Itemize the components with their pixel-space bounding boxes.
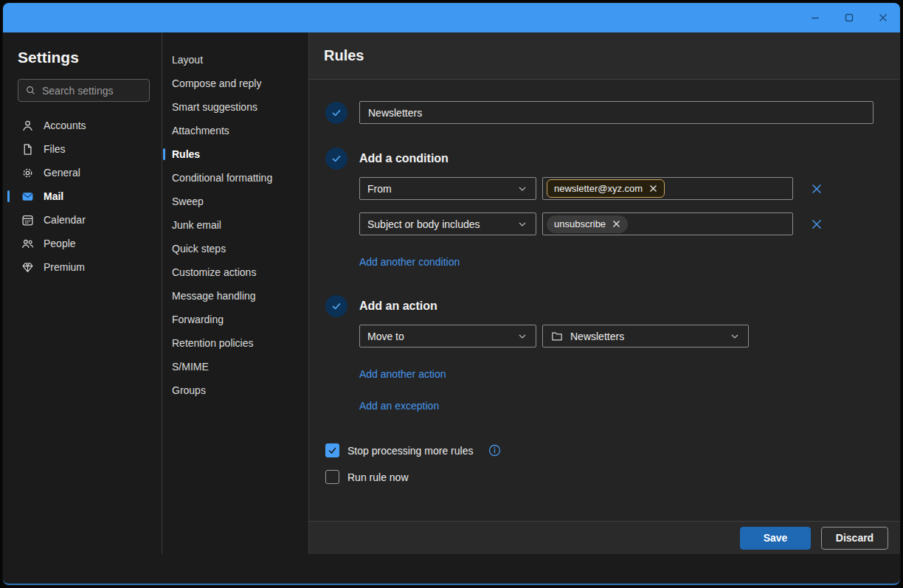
value-chip[interactable]: newsletter@xyz.com [547, 179, 665, 198]
nav-item-label: Customize actions [172, 266, 256, 278]
action-row: Move to Newsletters [359, 325, 873, 347]
chip-remove-icon[interactable] [612, 220, 620, 228]
nav-item-attachments[interactable]: Attachments [162, 119, 308, 142]
minimize-button[interactable] [798, 3, 832, 32]
settings-body: Settings Accounts [3, 32, 900, 554]
select-value: From [367, 183, 392, 195]
person-icon [21, 120, 34, 132]
minimize-icon [809, 12, 822, 24]
delete-condition-button[interactable] [811, 218, 823, 230]
nav-item-quick-steps[interactable]: Quick steps [162, 237, 308, 260]
condition-value-field[interactable]: unsubscribe [542, 212, 793, 235]
sidebar-item-label: Accounts [44, 120, 86, 131]
folder-picker[interactable]: Newsletters [542, 325, 749, 347]
chevron-down-icon [728, 330, 741, 342]
action-rows: Move to Newsletters [359, 325, 873, 412]
sidebar-item-label: General [44, 167, 80, 179]
pane-header: Rules [309, 32, 900, 80]
settings-window: Settings Accounts [3, 3, 900, 585]
nav-item-conditional-formatting[interactable]: Conditional formatting [162, 166, 308, 190]
nav-item-smart-suggestions[interactable]: Smart suggestions [162, 95, 308, 119]
nav-item-message-handling[interactable]: Message handling [162, 284, 308, 308]
settings-title: Settings [18, 49, 162, 66]
discard-button[interactable]: Discard [821, 527, 888, 550]
sidebar-item-mail[interactable]: Mail [3, 184, 162, 208]
maximize-button[interactable] [832, 3, 866, 32]
chevron-down-icon [516, 182, 528, 195]
action-heading: Add an action [359, 300, 437, 313]
selected-indicator [7, 190, 10, 202]
condition-value-field[interactable]: newsletter@xyz.com [542, 177, 793, 200]
action-section-header: Add an action [325, 295, 873, 317]
condition-heading: Add a condition [359, 152, 449, 165]
rule-name-row [325, 101, 873, 124]
desktop: Settings Accounts [0, 0, 903, 588]
nav-item-label: Conditional formatting [172, 172, 272, 184]
add-another-condition-link[interactable]: Add another condition [359, 256, 460, 268]
nav-item-label: Sweep [172, 196, 204, 207]
nav-item-sweep[interactable]: Sweep [162, 190, 308, 213]
condition-field-select[interactable]: From [359, 177, 536, 200]
action-links: Add another action [359, 358, 873, 381]
nav-item-label: Rules [172, 148, 200, 160]
nav-item-label: Quick steps [172, 243, 226, 255]
nav-item-compose-and-reply[interactable]: Compose and reply [162, 72, 308, 95]
add-an-exception-link[interactable]: Add an exception [359, 400, 439, 412]
select-value: Subject or body includes [367, 218, 480, 230]
rules-pane: Rules Add a condi [309, 32, 900, 554]
nav-item-forwarding[interactable]: Forwarding [162, 308, 308, 331]
info-button[interactable] [488, 444, 501, 457]
close-icon [877, 12, 890, 24]
delete-condition-button[interactable] [811, 183, 823, 195]
sidebar-nav: Accounts Files General [3, 114, 162, 279]
diamond-icon [21, 261, 34, 274]
condition-links: Add another condition [359, 246, 873, 269]
sidebar-item-label: People [44, 238, 76, 249]
folder-icon [550, 330, 563, 342]
rule-editor: Add a condition From [309, 80, 900, 521]
sidebar-item-label: Files [44, 143, 66, 155]
settings-search[interactable] [18, 79, 150, 102]
nav-item-label: Layout [172, 54, 203, 66]
document-icon [21, 143, 34, 156]
sidebar-item-people[interactable]: People [3, 232, 162, 255]
window-titlebar[interactable] [3, 3, 900, 32]
nav-item-label: Smart suggestions [172, 101, 257, 113]
action-field-select[interactable]: Move to [359, 325, 536, 347]
sidebar-item-accounts[interactable]: Accounts [3, 114, 162, 137]
rule-name-input[interactable] [359, 101, 873, 124]
sidebar-item-premium[interactable]: Premium [3, 255, 162, 279]
nav-item-smime[interactable]: S/MIME [162, 355, 308, 378]
nav-item-junk-email[interactable]: Junk email [162, 213, 308, 237]
nav-item-label: Attachments [172, 125, 229, 136]
nav-item-label: S/MIME [172, 361, 209, 373]
step-complete-icon [325, 148, 347, 170]
stop-processing-row: Stop processing more rules [325, 443, 873, 457]
step-complete-icon [325, 295, 347, 317]
stop-processing-checkbox[interactable] [325, 443, 339, 457]
run-rule-label: Run rule now [347, 471, 409, 483]
people-icon [21, 238, 34, 250]
sidebar-item-calendar[interactable]: Calendar [3, 208, 162, 232]
add-another-action-link[interactable]: Add another action [359, 368, 446, 380]
run-rule-row: Run rule now [325, 470, 873, 484]
chevron-down-icon [516, 218, 528, 230]
condition-field-select[interactable]: Subject or body includes [359, 212, 536, 235]
nav-item-rules[interactable]: Rules [162, 142, 308, 166]
nav-item-customize-actions[interactable]: Customize actions [162, 260, 308, 284]
close-button[interactable] [866, 3, 900, 32]
nav-item-label: Junk email [172, 219, 221, 231]
value-chip[interactable]: unsubscribe [547, 215, 628, 233]
exception-links: Add an exception [359, 390, 873, 412]
search-input[interactable] [42, 85, 176, 97]
sidebar-item-files[interactable]: Files [3, 137, 162, 161]
run-rule-checkbox[interactable] [325, 470, 339, 484]
chip-remove-icon[interactable] [649, 184, 657, 193]
nav-item-groups[interactable]: Groups [162, 378, 308, 402]
sidebar-item-general[interactable]: General [3, 161, 162, 184]
nav-item-retention-policies[interactable]: Retention policies [162, 331, 308, 355]
nav-item-label: Retention policies [172, 337, 254, 349]
nav-item-layout[interactable]: Layout [162, 48, 308, 72]
save-button[interactable]: Save [740, 527, 811, 550]
gear-icon [21, 167, 34, 179]
